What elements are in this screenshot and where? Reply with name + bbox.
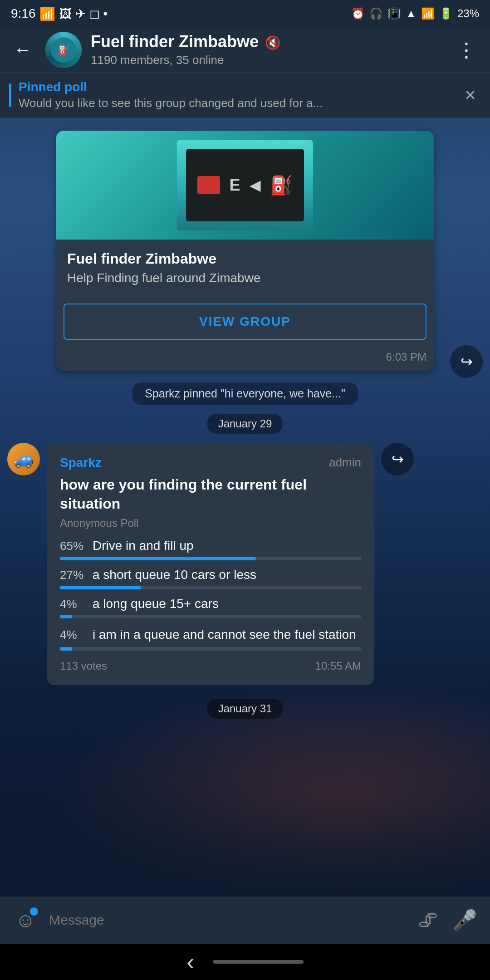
home-indicator[interactable]: [213, 960, 304, 964]
poll-bar-2: [60, 586, 141, 589]
poll-text-1: Drive in and fill up: [93, 539, 194, 553]
message-input[interactable]: [49, 912, 407, 928]
share-icon: ↪: [461, 353, 473, 370]
time: 9:16: [11, 6, 36, 21]
mute-icon: 🔇: [265, 36, 281, 50]
poll-message-row: 🚙 Sparkz admin how are you finding the c…: [7, 443, 483, 685]
back-icon: ←: [14, 39, 32, 59]
signal-strength-icon: 📶: [421, 7, 435, 20]
group-name: Fuel finder Zimbabwe 🔇: [91, 32, 443, 51]
share-card-button[interactable]: ↪: [450, 345, 483, 378]
battery-pct: 23%: [457, 7, 479, 20]
poll-option-3[interactable]: 4% a long queue 15+ cars: [60, 597, 361, 618]
gallery-icon: 🖼: [59, 6, 72, 21]
close-icon: ✕: [464, 87, 476, 103]
date-label-jan31: January 31: [207, 699, 283, 719]
poll-option-3-label: 4% a long queue 15+ cars: [60, 597, 361, 611]
poll-option-1[interactable]: 65% Drive in and fill up: [60, 539, 361, 560]
mic-button[interactable]: 🎤: [449, 905, 481, 936]
group-info[interactable]: Fuel finder Zimbabwe 🔇 1190 members, 35 …: [91, 32, 443, 67]
menu-icon: ⋮: [456, 39, 476, 61]
card-title: Fuel finder Zimbabwe: [67, 250, 423, 267]
svg-text:⛽: ⛽: [58, 44, 70, 56]
date-separator-jan29: January 29: [7, 414, 483, 434]
attach-icon: 🖇: [418, 909, 438, 931]
pinned-banner[interactable]: Pinned poll Would you like to see this g…: [0, 73, 490, 118]
pinned-label: Pinned poll: [19, 80, 452, 94]
poll-type: Anonymous Poll: [60, 517, 361, 529]
card-description: Help Finding fuel around Zimabwe: [67, 271, 423, 285]
poll-bar-1: [60, 557, 256, 560]
emoji-notification-dot: [30, 907, 38, 916]
instagram-icon: ◻: [89, 6, 100, 21]
gauge-red-indicator: [197, 176, 220, 194]
poll-option-4[interactable]: 4% i am in a queue and cannot see the fu…: [60, 626, 361, 651]
card-body: Fuel finder Zimbabwe Help Finding fuel a…: [56, 240, 434, 296]
avatar-emoji: 🚙: [14, 450, 34, 469]
poll-pct-2: 27%: [60, 568, 87, 582]
poll-text-3: a long queue 15+ cars: [93, 597, 219, 611]
group-join-card: E ◀ ⛽ Fuel finder Zimbabwe Help Finding …: [56, 131, 434, 371]
poll-text-4: i am in a queue and cannot see the fuel …: [93, 626, 356, 643]
poll-votes: 113 votes: [60, 660, 107, 672]
gauge-e-label: E: [229, 176, 240, 195]
date-separator-jan31: January 31: [7, 699, 483, 719]
status-bar: 9:16 📶 🖼 ✈ ◻ • ⏰ 🎧 📳 ▲ 📶 🔋 23%: [0, 0, 490, 27]
menu-button[interactable]: ⋮: [452, 34, 481, 66]
poll-option-2-label: 27% a short queue 10 cars or less: [60, 568, 361, 582]
alarm-icon: ⏰: [351, 7, 365, 20]
card-time: 6:03 PM: [56, 347, 434, 371]
group-card-row: E ◀ ⛽ Fuel finder Zimbabwe Help Finding …: [7, 131, 483, 378]
emoji-button[interactable]: ☺: [9, 904, 42, 936]
nav-back-button[interactable]: ‹: [186, 948, 194, 975]
wifi-icon: ▲: [406, 7, 416, 20]
share-poll-icon: ↪: [392, 451, 404, 468]
pinned-accent: [9, 83, 11, 107]
battery-icon: 🔋: [439, 7, 453, 20]
share-poll-button[interactable]: ↪: [381, 443, 414, 475]
card-image: E ◀ ⛽: [56, 131, 434, 240]
signal-icon: 📶: [39, 6, 55, 21]
view-group-button[interactable]: VIEW GROUP: [64, 304, 426, 340]
fuel-gauge-image: E ◀ ⛽: [177, 140, 313, 230]
avatar-image: ⛽: [45, 32, 82, 68]
dot-icon: •: [103, 6, 108, 21]
navigation-bar: ‹: [0, 944, 490, 980]
poll-bar-bg-1: [60, 557, 361, 560]
close-pinned-button[interactable]: ✕: [460, 82, 481, 108]
poll-role: admin: [329, 456, 361, 470]
back-button[interactable]: ←: [9, 35, 36, 64]
gauge-inner: E ◀ ⛽: [186, 149, 304, 221]
poll-sender: Sparkz: [60, 456, 102, 470]
status-right: ⏰ 🎧 📳 ▲ 📶 🔋 23%: [351, 7, 479, 20]
system-message-text: Sparkz pinned "hi everyone, we have...": [132, 382, 358, 405]
system-message: Sparkz pinned "hi everyone, we have...": [7, 382, 483, 405]
poll-bar-bg-2: [60, 586, 361, 589]
poll-bar-4: [60, 647, 72, 651]
poll-option-1-label: 65% Drive in and fill up: [60, 539, 361, 553]
attach-button[interactable]: 🖇: [414, 905, 441, 935]
gauge-arrow-icon: ◀: [250, 176, 261, 194]
poll-option-2[interactable]: 27% a short queue 10 cars or less: [60, 568, 361, 589]
vibrate-icon: 📳: [387, 7, 401, 20]
status-left: 9:16 📶 🖼 ✈ ◻ •: [11, 6, 108, 21]
headphone-icon: 🎧: [369, 7, 383, 20]
sender-avatar: 🚙: [7, 443, 40, 475]
poll-pct-1: 65%: [60, 539, 87, 553]
chat-area: E ◀ ⛽ Fuel finder Zimbabwe Help Finding …: [0, 118, 490, 935]
poll-pct-3: 4%: [60, 597, 87, 611]
poll-footer: 113 votes 10:55 AM: [60, 660, 361, 672]
date-label-jan29: January 29: [207, 414, 283, 434]
message-input-bar: ☺ 🖇 🎤: [0, 897, 490, 944]
poll-bar-bg-3: [60, 615, 361, 618]
poll-pct-4: 4%: [60, 628, 87, 642]
telegram-icon: ✈: [75, 6, 86, 21]
member-count: 1190 members, 35 online: [91, 53, 443, 67]
gauge-pump-icon: ⛽: [270, 175, 293, 196]
poll-header: Sparkz admin: [60, 456, 361, 470]
poll-bar-3: [60, 615, 72, 618]
mic-icon: 🎤: [452, 909, 477, 931]
poll-card[interactable]: Sparkz admin how are you finding the cur…: [47, 443, 374, 685]
pinned-preview: Would you like to see this group changed…: [19, 96, 336, 110]
poll-time: 10:55 AM: [315, 660, 361, 672]
